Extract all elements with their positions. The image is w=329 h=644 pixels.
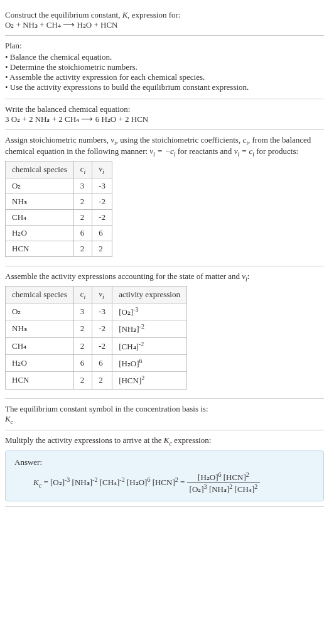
text: Assign stoichiometric numbers,	[5, 135, 111, 145]
cell: O₂	[6, 178, 74, 194]
intro-line: Construct the equilibrium constant, K, e…	[5, 10, 324, 20]
cell: H₂O	[6, 225, 74, 241]
cell: -2	[92, 337, 112, 354]
term: [O₂]3	[190, 484, 207, 494]
exp: 2	[254, 483, 257, 490]
numerator: [H₂O]6 [HCN]2	[187, 471, 261, 483]
base: [H₂O]	[127, 478, 147, 487]
term: [HCN]2	[224, 472, 249, 482]
base: [CH₄]	[235, 484, 255, 494]
table-row: O₂3-3	[6, 178, 112, 194]
col-species: chemical species	[6, 287, 74, 303]
activity-section: Assemble the activity expressions accoun…	[5, 266, 324, 399]
cell: 6	[73, 225, 92, 241]
intro-section: Construct the equilibrium constant, K, e…	[5, 5, 324, 36]
exp: 2	[141, 374, 144, 381]
exp: -2	[139, 323, 144, 330]
cell: [HCN]2	[112, 372, 187, 389]
cell: -2	[92, 194, 112, 209]
exp: 2	[246, 471, 249, 478]
term: [HCN]2	[153, 478, 178, 487]
term: [H₂O]6	[127, 478, 150, 487]
multiply-line: Mulitply the activity expressions to arr…	[5, 435, 324, 447]
table-row: CH₄2-2[CH₄]-2	[6, 337, 187, 354]
cell: [H₂O]6	[112, 354, 187, 371]
stoich-section: Assign stoichiometric numbers, νi, using…	[5, 130, 324, 266]
cell: 2	[73, 194, 92, 209]
exp: 6	[139, 357, 143, 364]
multiply-section: Mulitply the activity expressions to arr…	[5, 430, 324, 507]
base: [HCN]	[119, 376, 141, 386]
cell: CH₄	[6, 209, 74, 225]
table-row: CH₄2-2	[6, 209, 112, 225]
intro-equation: O₂ + NH₃ + CH₄ ⟶ H₂O + HCN	[5, 20, 324, 30]
plan-item: Determine the stoichiometric numbers.	[5, 62, 324, 72]
cell: 2	[73, 337, 92, 354]
symbol-section: The equilibrium constant symbol in the c…	[5, 399, 324, 431]
cell: O₂	[6, 303, 74, 320]
table-row: HCN22[HCN]2	[6, 372, 187, 389]
cell: -2	[92, 320, 112, 337]
cell: 6	[92, 225, 112, 241]
exp: -3	[133, 306, 138, 313]
table-row: HCN22	[6, 241, 112, 256]
cell: [O₂]-3	[112, 303, 187, 320]
base: [CH₄]	[100, 478, 120, 487]
base: [NH₃]	[119, 325, 139, 334]
cell: [NH₃]-2	[112, 320, 187, 337]
cell: -2	[92, 209, 112, 225]
answer-label: Answer:	[14, 457, 315, 467]
plan-item: Use the activity expressions to build th…	[5, 82, 324, 92]
base: [NH₃]	[72, 478, 92, 487]
plan-title: Plan:	[5, 41, 324, 51]
cell: -3	[92, 178, 112, 194]
exp: 3	[204, 483, 207, 490]
cell: 2	[73, 320, 92, 337]
table-row: O₂3-3[O₂]-3	[6, 303, 187, 320]
activity-desc: Assemble the activity expressions accoun…	[5, 271, 324, 283]
text: Mulitply the activity expressions to arr…	[5, 435, 164, 445]
base: [H₂O]	[119, 359, 139, 368]
exp: 6	[147, 476, 150, 483]
base: [H₂O]	[198, 472, 218, 482]
fraction: [H₂O]6 [HCN]2 [O₂]3 [NH₃]2 [CH₄]2	[187, 471, 261, 495]
col-activity: activity expression	[112, 287, 187, 303]
cell: 6	[92, 354, 112, 371]
exp: 2	[175, 476, 178, 483]
text: expression:	[172, 435, 211, 445]
col-species: chemical species	[6, 161, 74, 178]
cell: 2	[73, 209, 92, 225]
cell: 6	[73, 354, 92, 371]
plan-section: Plan: Balance the chemical equation. Det…	[5, 36, 324, 99]
balanced-equation: 3 O₂ + 2 NH₃ + 2 CH₄ ⟶ 6 H₂O + 2 HCN	[5, 114, 324, 124]
answer-box: Answer: Kc = [O₂]-3 [NH₃]-2 [CH₄]-2 [H₂O…	[5, 450, 324, 502]
balanced-title: Write the balanced chemical equation:	[5, 104, 324, 114]
symbol-line: The equilibrium constant symbol in the c…	[5, 404, 324, 414]
table-header-row: chemical species ci νi activity expressi…	[6, 287, 187, 303]
activity-table: chemical species ci νi activity expressi…	[5, 286, 187, 389]
cell: H₂O	[6, 354, 74, 371]
base: [O₂]	[50, 478, 65, 487]
term: [O₂]-3	[50, 478, 70, 487]
answer-expression: Kc = [O₂]-3 [NH₃]-2 [CH₄]-2 [H₂O]6 [HCN]…	[14, 467, 315, 495]
stoich-desc: Assign stoichiometric numbers, νi, using…	[5, 135, 324, 157]
table-row: NH₃2-2	[6, 194, 112, 209]
col-vi: νi	[92, 161, 112, 178]
exp: -2	[139, 341, 144, 347]
cell: CH₄	[6, 337, 74, 354]
text: for products:	[254, 146, 298, 156]
text: Assemble the activity expressions accoun…	[5, 271, 242, 281]
col-ci: ci	[73, 161, 92, 178]
exp: 2	[229, 483, 232, 490]
term: [NH₃]-2	[72, 478, 98, 487]
base: [O₂]	[119, 307, 133, 317]
cell: 2	[73, 372, 92, 389]
base: [O₂]	[190, 484, 204, 494]
col-ci: ci	[73, 287, 92, 303]
kc-k: K	[5, 414, 11, 423]
cell: [CH₄]-2	[112, 337, 187, 354]
cell: 2	[92, 372, 112, 389]
cell: HCN	[6, 241, 74, 256]
plan-item: Balance the chemical equation.	[5, 52, 324, 62]
kc-symbol: Kc	[5, 414, 324, 425]
